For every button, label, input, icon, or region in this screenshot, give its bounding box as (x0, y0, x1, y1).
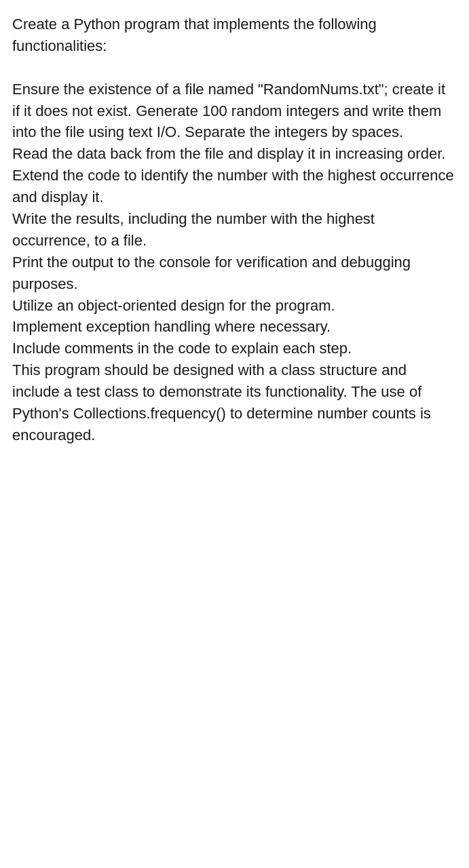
paragraph-9: Implement exception handling where neces… (12, 316, 457, 338)
main-content: Create a Python program that implements … (12, 14, 457, 446)
paragraph-4: Read the data back from the file and dis… (12, 143, 457, 165)
paragraph-6: Write the results, including the number … (12, 208, 457, 252)
paragraph-7: Print the output to the console for veri… (12, 252, 457, 295)
paragraph-5: Extend the code to identify the number w… (12, 165, 457, 208)
paragraph-3: Ensure the existence of a file named "Ra… (12, 79, 457, 144)
paragraph-10: Include comments in the code to explain … (12, 338, 457, 359)
paragraph-8: Utilize an object-oriented design for th… (12, 295, 457, 317)
paragraph-1: Create a Python program that implements … (12, 14, 457, 57)
paragraph-11: This program should be designed with a c… (12, 359, 457, 446)
